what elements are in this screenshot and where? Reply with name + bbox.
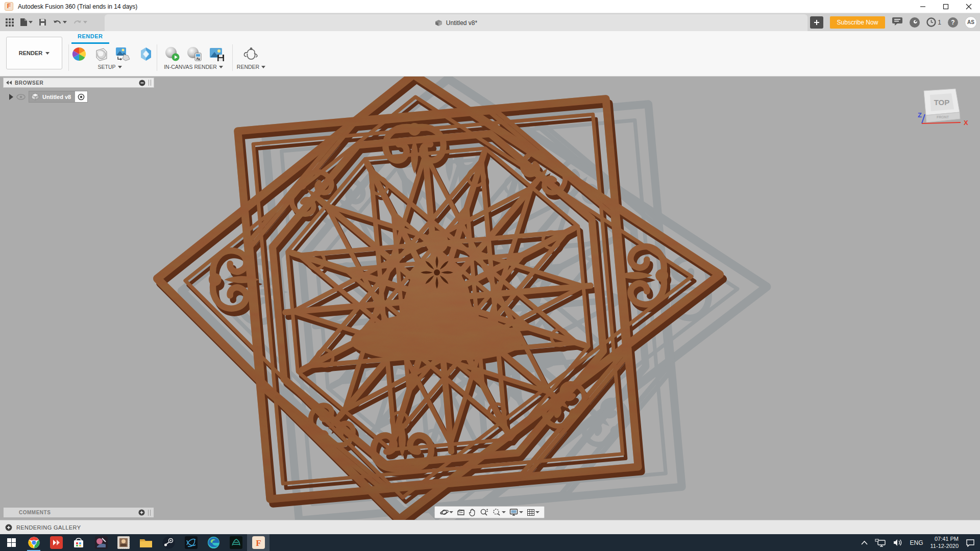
comments-panel-header[interactable]: COMMENTS — [3, 507, 154, 518]
windows-taskbar: F ENG 07:41 PM 11-12-2020 — [0, 534, 980, 551]
comments-title: COMMENTS — [19, 510, 51, 515]
taskbar-red-app-icon[interactable] — [45, 534, 67, 551]
new-tab-button[interactable] — [810, 16, 823, 29]
texture-map-button[interactable] — [137, 45, 155, 63]
ribbon-separator — [68, 44, 69, 71]
taskbar-steam-icon[interactable] — [157, 534, 180, 551]
capture-image-button[interactable] — [208, 45, 226, 63]
scene-settings-button[interactable] — [92, 45, 110, 63]
in-canvas-render-button[interactable] — [164, 45, 181, 63]
tray-clock[interactable]: 07:41 PM 11-12-2020 — [930, 536, 959, 550]
taskbar-store-icon[interactable] — [67, 534, 90, 551]
help-icon[interactable]: ? — [948, 17, 958, 28]
incanvas-caret-icon — [219, 66, 223, 68]
notification-center[interactable]: 1 — [926, 17, 941, 27]
browser-panel: BROWSER Untitled v8 — [3, 78, 154, 88]
decal-button[interactable] — [114, 45, 132, 63]
redo-button[interactable] — [71, 18, 89, 27]
workspace-caret-icon — [45, 52, 50, 55]
navigation-toolbar — [434, 506, 545, 518]
setup-group-label: SETUP — [97, 64, 115, 70]
browser-title: BROWSER — [15, 80, 43, 86]
minimize-button[interactable] — [911, 0, 934, 13]
taskbar-fusion360-icon[interactable]: F — [247, 534, 270, 551]
render-group-label: RENDER — [237, 64, 259, 70]
browser-document-row[interactable]: Untitled v8 — [9, 91, 88, 103]
in-canvas-render-settings-button[interactable] — [186, 45, 203, 63]
activate-component-radio[interactable] — [75, 91, 87, 102]
close-button[interactable] — [957, 0, 980, 13]
zoom-button[interactable] — [480, 508, 488, 516]
wood-grain-texture — [0, 77, 980, 520]
maximize-button[interactable] — [934, 0, 957, 13]
document-tab[interactable]: Untitled v8* — [105, 14, 807, 31]
start-button[interactable] — [0, 534, 22, 551]
taskbar-photo-stamp-icon[interactable] — [112, 534, 135, 551]
panel-remove-icon[interactable] — [139, 80, 145, 86]
taskbar-game-two-icon[interactable] — [225, 534, 247, 551]
title-bar: F Autodesk Fusion 360 (Trial ends in 14 … — [0, 0, 980, 13]
volume-icon[interactable] — [893, 539, 903, 546]
view-cube[interactable]: TOP FRONT Z X — [910, 86, 971, 137]
incanvas-group-dropdown[interactable]: IN-CANVAS RENDER — [153, 64, 234, 70]
file-menu-caret-icon — [29, 21, 33, 23]
avatar[interactable]: AS — [965, 16, 977, 29]
comments-drag-grip[interactable] — [148, 510, 151, 516]
lotus-carving — [421, 256, 453, 289]
subscribe-now-button[interactable]: Subscribe Now — [830, 16, 886, 29]
feedback-chat-icon[interactable] — [892, 16, 903, 28]
grid-layout-button[interactable] — [527, 509, 540, 516]
taskbar-edge-icon[interactable] — [202, 534, 225, 551]
taskbar-battlenet-icon[interactable] — [180, 534, 202, 551]
status-bar: RENDERING GALLERY — [0, 520, 980, 534]
job-status-wrench-icon[interactable] — [910, 17, 920, 28]
setup-caret-icon — [118, 66, 122, 68]
comments-add-icon[interactable] — [138, 509, 145, 516]
tab-bar-right-controls: Subscribe Now 1 ? AS — [810, 13, 977, 31]
app-launcher-grid-icon[interactable] — [4, 17, 15, 28]
fusion360-app-icon: F — [5, 2, 13, 11]
appearance-color-wheel-icon — [71, 46, 87, 62]
carved-wood-panel-model[interactable] — [0, 77, 980, 520]
workspace-selector-button[interactable]: RENDER — [6, 37, 62, 69]
orbit-button[interactable] — [440, 508, 453, 516]
viewcube-front-face[interactable]: FRONT — [937, 115, 949, 119]
panel-drag-grip[interactable] — [149, 80, 151, 86]
tray-chevron-icon[interactable] — [861, 541, 868, 545]
action-center-icon[interactable] — [966, 539, 975, 547]
fit-button[interactable] — [492, 508, 506, 516]
taskbar-chrome-icon[interactable] — [22, 534, 45, 551]
z-axis-label: Z — [918, 111, 922, 119]
appearance-button[interactable] — [70, 45, 88, 63]
pan-button[interactable] — [469, 508, 476, 516]
clock-icon — [926, 17, 936, 27]
language-indicator[interactable]: ENG — [910, 539, 923, 546]
display-settings-button[interactable] — [509, 508, 523, 516]
rendering-gallery-expand-icon[interactable] — [5, 524, 12, 531]
render-group-dropdown[interactable]: RENDER — [231, 64, 272, 70]
viewcube-top-face[interactable]: TOP — [934, 98, 950, 107]
network-icon[interactable] — [875, 539, 886, 547]
taskbar-file-explorer-icon[interactable] — [135, 534, 157, 551]
expand-arrow-icon[interactable] — [9, 94, 13, 100]
render-button[interactable] — [242, 45, 260, 63]
setup-group-dropdown[interactable]: SETUP — [77, 64, 143, 70]
viewport-canvas[interactable]: BROWSER Untitled v8 TOP FRONT — [0, 77, 980, 520]
visibility-eye-icon[interactable] — [16, 94, 26, 100]
render-caret-icon — [261, 66, 265, 68]
taskbar-game-one-icon[interactable] — [90, 534, 112, 551]
rendering-gallery-label[interactable]: RENDERING GALLERY — [16, 524, 81, 531]
browser-header[interactable]: BROWSER — [3, 78, 154, 88]
document-node-selected[interactable]: Untitled v8 — [29, 91, 75, 102]
quick-access-toolbar — [2, 13, 91, 31]
ribbon-tab-render[interactable]: RENDER — [78, 33, 103, 39]
save-button[interactable] — [37, 17, 48, 27]
orbit-caret-icon — [449, 511, 453, 513]
ribbon-toolbar: RENDER RENDER — [0, 31, 980, 77]
look-at-button[interactable] — [457, 509, 465, 516]
tab-bar: Untitled v8* Subscribe Now 1 ? AS — [0, 13, 980, 31]
scene-settings-icon — [93, 46, 109, 62]
undo-button[interactable] — [51, 18, 68, 27]
collapse-panel-icon[interactable] — [6, 81, 12, 85]
file-menu-button[interactable] — [18, 17, 34, 28]
